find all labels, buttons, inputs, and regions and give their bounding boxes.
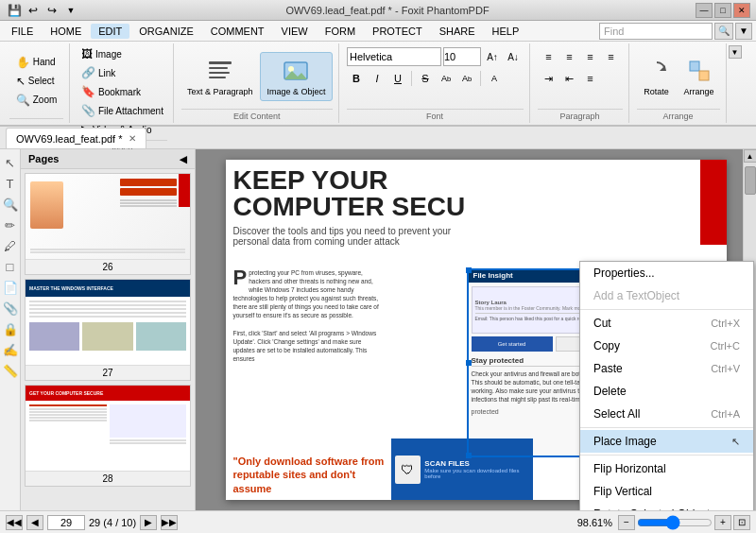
align-left-btn[interactable]: ≡ bbox=[540, 47, 558, 66]
menu-organize[interactable]: ORGANIZE bbox=[131, 24, 200, 39]
file-attachment-btn[interactable]: 📎 File Attachment bbox=[77, 102, 167, 119]
align-justify-btn[interactable]: ≡ bbox=[602, 47, 621, 66]
page-number-input[interactable] bbox=[47, 515, 85, 530]
sign-btn[interactable]: ✍ bbox=[1, 340, 20, 359]
outdent-btn[interactable]: ⇤ bbox=[560, 69, 579, 88]
menu-help[interactable]: HELP bbox=[485, 24, 527, 39]
menu-view[interactable]: VIEW bbox=[274, 24, 316, 39]
font-decrease-btn[interactable]: A↓ bbox=[504, 47, 523, 66]
zoom-out-btn[interactable]: − bbox=[618, 515, 635, 530]
bold-btn[interactable]: B bbox=[347, 69, 366, 88]
menu-protect[interactable]: PROTECT bbox=[365, 24, 430, 39]
lock-btn[interactable]: 🔒 bbox=[1, 319, 20, 338]
indent-btn[interactable]: ⇥ bbox=[540, 69, 558, 88]
pdf-btn-download[interactable]: Get started bbox=[472, 336, 553, 352]
list-btn[interactable]: ≡ bbox=[581, 69, 600, 88]
tab-close-btn[interactable]: ✕ bbox=[129, 133, 136, 144]
scroll-up-btn[interactable]: ▲ bbox=[744, 149, 757, 163]
qa-redo-btn[interactable]: ↪ bbox=[43, 2, 60, 19]
nav-prev-btn[interactable]: ◀ bbox=[26, 515, 43, 530]
qa-undo-btn[interactable]: ↩ bbox=[25, 2, 42, 19]
underline-btn[interactable]: U bbox=[388, 69, 407, 88]
pdf-body-text2: First, click 'Start' and select 'All pro… bbox=[233, 330, 377, 362]
measure-btn[interactable]: 📏 bbox=[1, 361, 20, 380]
ctx-selectall[interactable]: Select All Ctrl+A bbox=[580, 403, 753, 425]
align-center-btn[interactable]: ≡ bbox=[560, 47, 579, 66]
ctx-copy[interactable]: Copy Ctrl+C bbox=[580, 335, 753, 357]
page-thumb-28[interactable]: GET YOUR COMPUTER SECURE bbox=[25, 385, 191, 487]
scroll-thumb[interactable] bbox=[745, 166, 756, 195]
paragraph-group-label: Paragraph bbox=[538, 109, 623, 121]
nav-last-btn[interactable]: ▶▶ bbox=[161, 515, 178, 530]
bookmark-btn[interactable]: 🔖 Bookmark bbox=[77, 83, 145, 100]
ribbon-scroll: ▼ bbox=[729, 43, 742, 123]
hand-tool-btn[interactable]: ✋ Hand bbox=[12, 54, 61, 71]
shapes-btn[interactable]: □ bbox=[1, 257, 20, 276]
attach-btn[interactable]: 📎 bbox=[1, 299, 20, 318]
stamp-btn[interactable]: 📄 bbox=[1, 278, 20, 297]
menu-share[interactable]: SHARE bbox=[432, 24, 483, 39]
pdf-title-area: KEEP YOUR COMPUTER SECU Discover the too… bbox=[233, 167, 693, 247]
highlight-btn[interactable]: 🖊 bbox=[1, 236, 20, 255]
page-thumb-27[interactable]: MASTER THE WINDOWS INTERFACE bbox=[25, 279, 191, 381]
font-increase-btn[interactable]: A↑ bbox=[483, 47, 502, 66]
zoom-in-btn[interactable]: + bbox=[714, 515, 731, 530]
sidebar-arrow-btn[interactable]: ◀ bbox=[180, 154, 187, 164]
ctx-cut[interactable]: Cut Ctrl+X bbox=[580, 312, 753, 335]
tl1 bbox=[120, 199, 177, 201]
arrange-btn[interactable]: Arrange bbox=[679, 53, 720, 100]
text-paragraph-btn[interactable]: Text & Paragraph bbox=[181, 53, 259, 100]
thumb-bottom-lines bbox=[30, 249, 185, 254]
text-tool-btn[interactable]: T bbox=[1, 174, 20, 193]
font-size-input[interactable] bbox=[443, 47, 481, 66]
font-name-input[interactable] bbox=[347, 47, 441, 66]
zoom-tool-btn[interactable]: 🔍 Zoom bbox=[12, 92, 61, 109]
zoom-in-btn[interactable]: 🔍 bbox=[1, 195, 20, 214]
zoom-slider[interactable] bbox=[637, 516, 713, 529]
menu-form[interactable]: FORM bbox=[318, 24, 363, 39]
ctx-flip-v[interactable]: Flip Vertical bbox=[580, 480, 753, 503]
menu-comment[interactable]: COMMENT bbox=[203, 24, 272, 39]
link-btn[interactable]: 🔗 Link bbox=[77, 64, 119, 81]
page-thumb-26[interactable]: 26 bbox=[25, 173, 191, 275]
pdf-quote-text1: "Only download software from bbox=[233, 455, 385, 468]
ctx-properties[interactable]: Properties... bbox=[580, 262, 753, 284]
strikethrough-btn[interactable]: S bbox=[416, 69, 435, 88]
annotation-btn[interactable]: ✏ bbox=[1, 215, 20, 234]
superscript-btn[interactable]: Ab bbox=[437, 69, 455, 88]
cursor-tool-btn[interactable]: ↖ bbox=[1, 153, 20, 172]
italic-btn[interactable]: I bbox=[368, 69, 387, 88]
search-box[interactable]: Find bbox=[599, 23, 713, 40]
image-insert-btn[interactable]: 🖼 Image bbox=[77, 45, 126, 62]
close-btn[interactable]: ✕ bbox=[733, 3, 750, 18]
menu-home[interactable]: HOME bbox=[43, 24, 89, 39]
ctx-rotate-selected[interactable]: Rotate Selected Objects bbox=[580, 503, 753, 510]
thumb-images-row bbox=[29, 322, 186, 351]
menu-file[interactable]: FILE bbox=[4, 24, 41, 39]
zoom-fit-btn[interactable]: ⊡ bbox=[733, 515, 750, 530]
color-btn[interactable]: A bbox=[485, 69, 504, 88]
qa-more-btn[interactable]: ▼ bbox=[62, 2, 79, 19]
main-area: ↖ T 🔍 ✏ 🖊 □ 📄 📎 🔒 ✍ 📏 Pages ◀ bbox=[0, 149, 756, 510]
select-tool-btn[interactable]: ↖ Select bbox=[12, 73, 61, 90]
menu-edit[interactable]: EDIT bbox=[91, 24, 129, 39]
rotate-btn[interactable]: Rotate bbox=[637, 53, 677, 100]
subscript-btn[interactable]: Ab bbox=[457, 69, 476, 88]
search-dropdown-btn[interactable]: ▼ bbox=[735, 23, 752, 40]
document-tab[interactable]: OWV69.lead_feat.pdf * ✕ bbox=[6, 128, 146, 148]
align-right-btn[interactable]: ≡ bbox=[581, 47, 600, 66]
ctx-sep2 bbox=[580, 427, 753, 428]
minimize-btn[interactable]: — bbox=[696, 3, 713, 18]
ctx-paste[interactable]: Paste Ctrl+V bbox=[580, 357, 753, 380]
image-object-btn[interactable]: Image & Object bbox=[260, 52, 332, 101]
ribbon-scroll-down[interactable]: ▼ bbox=[729, 45, 742, 59]
search-btn[interactable]: 🔍 bbox=[714, 23, 733, 40]
qa-save-btn[interactable]: 💾 bbox=[6, 2, 23, 19]
ctx-flip-h[interactable]: Flip Horizontal bbox=[580, 457, 753, 480]
nav-first-btn[interactable]: ◀◀ bbox=[6, 515, 23, 530]
ctx-place-image[interactable]: Place Image ↖ bbox=[580, 430, 753, 453]
maximize-btn[interactable]: □ bbox=[714, 3, 731, 18]
ctx-delete[interactable]: Delete bbox=[580, 380, 753, 403]
tbl1 bbox=[30, 249, 185, 250]
nav-next-btn[interactable]: ▶ bbox=[140, 515, 157, 530]
